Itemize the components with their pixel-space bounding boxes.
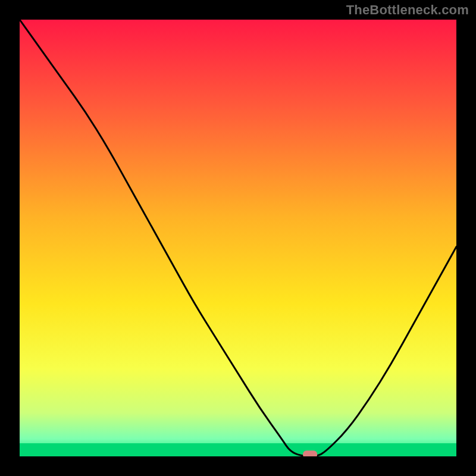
plot-area (20, 20, 456, 456)
gradient-background (20, 20, 456, 456)
watermark-text: TheBottleneck.com (346, 2, 469, 18)
chart-frame: TheBottleneck.com (0, 0, 476, 476)
green-baseline-band (20, 443, 456, 456)
bottleneck-chart (20, 20, 456, 456)
optimal-point-marker (303, 450, 317, 456)
